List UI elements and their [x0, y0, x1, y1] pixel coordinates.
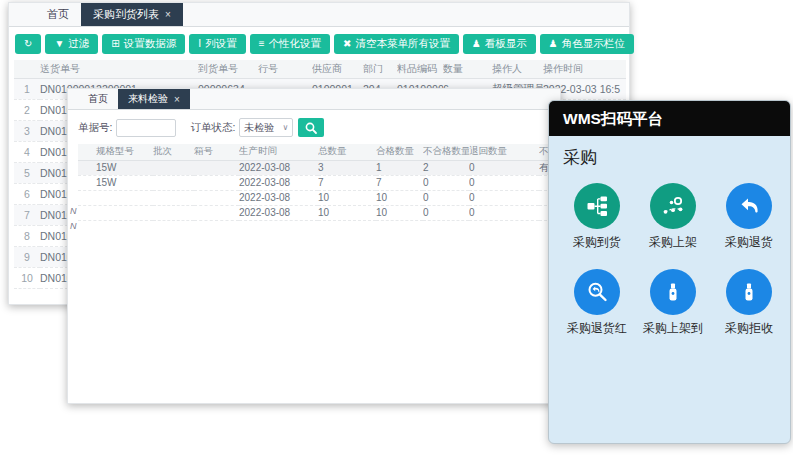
selected-option: 未检验	[244, 121, 274, 135]
menu-icon: ≡	[259, 39, 265, 49]
usb-icon	[726, 269, 772, 315]
role-display-columns-button[interactable]: ♟角色显示栏位	[540, 34, 634, 54]
person-icon: ♟	[472, 39, 481, 49]
order-status-select[interactable]: 未检验 ∨	[239, 118, 293, 137]
tile-purchase-return[interactable]: 采购退货	[711, 183, 787, 251]
table-row[interactable]: 2022-03-08101000	[78, 205, 552, 220]
column-header[interactable]: 箱号	[194, 144, 239, 160]
tab-label: 采购到货列表	[93, 7, 159, 22]
row-marker: N	[70, 206, 77, 216]
column-header[interactable]: 批次	[153, 144, 194, 160]
table-cell: 0	[423, 175, 469, 190]
set-datasource-button[interactable]: ⊞设置数据源	[102, 34, 185, 54]
table-cell: 15W	[78, 160, 153, 175]
table-cell	[194, 175, 239, 190]
personalization-button[interactable]: ≡个性化设置	[250, 34, 330, 54]
refresh-button[interactable]: ↻	[15, 34, 41, 54]
close-tab-icon[interactable]: ×	[174, 94, 180, 105]
button-label: 设置数据源	[124, 37, 177, 51]
tile-purchase-return-red[interactable]: 采购退货红	[559, 269, 635, 337]
table-row[interactable]: 15W2022-03-083120有缺	[78, 160, 552, 175]
column-header[interactable]: 供应商	[312, 60, 363, 78]
tile-purchase-arrival[interactable]: 采购到货	[559, 183, 635, 251]
column-header[interactable]	[14, 60, 40, 78]
column-header[interactable]: 操作时间	[543, 60, 626, 78]
column-header[interactable]: 料品编码	[397, 60, 443, 78]
column-header[interactable]: 退回数量	[469, 144, 539, 160]
tile-label: 采购退货	[711, 234, 787, 251]
button-label: 角色显示栏位	[562, 37, 625, 51]
column-header[interactable]: 总数量	[318, 144, 376, 160]
inspection-search-bar: 单据号: 订单状态: 未检验 ∨	[68, 110, 560, 144]
table-cell: 10	[376, 190, 423, 205]
column-header[interactable]: 不合格数量	[423, 144, 469, 160]
column-header[interactable]: 数量	[443, 60, 492, 78]
tab-label: 首页	[88, 92, 108, 106]
table-cell: 9	[14, 246, 40, 267]
close-tab-icon[interactable]: ×	[165, 9, 171, 20]
table-cell: 10	[14, 267, 40, 288]
button-label: 清空本菜单所有设置	[355, 37, 450, 51]
button-label: 看板显示	[485, 37, 527, 51]
tab-home-inner[interactable]: 首页	[78, 89, 118, 109]
table-cell: 0	[423, 190, 469, 205]
tab-home[interactable]: 首页	[35, 3, 81, 26]
tile-purchase-putaway-to[interactable]: 采购上架到	[635, 269, 711, 337]
grid-toolbar: ↻▼过滤⊞设置数据源Ⅰ列设置≡个性化设置✖清空本菜单所有设置♟看板显示♟角色显示…	[9, 27, 629, 60]
tab-purchase-arrival-list[interactable]: 采购到货列表 ×	[81, 3, 183, 26]
grid-icon: ⊞	[111, 39, 119, 49]
table-cell: 6	[14, 183, 40, 204]
filter-button[interactable]: ▼过滤	[45, 34, 98, 54]
column-header[interactable]: 规格型号	[78, 144, 153, 160]
table-cell: 1	[376, 160, 423, 175]
table-cell: 7	[376, 175, 423, 190]
table-cell: 4	[14, 141, 40, 162]
table-cell: 7	[318, 175, 376, 190]
button-label: 列设置	[205, 37, 237, 51]
table-cell: 2	[423, 160, 469, 175]
table-cell	[153, 190, 194, 205]
doc-number-input[interactable]	[116, 119, 176, 137]
table-cell: 2	[14, 99, 40, 120]
tile-label: 采购上架到	[635, 320, 711, 337]
section-title-purchase: 采购	[563, 146, 780, 169]
table-cell	[153, 205, 194, 220]
button-label: 过滤	[68, 37, 89, 51]
table-cell: 2022-03-08	[239, 175, 318, 190]
inspection-table: 规格型号批次箱号生产时间总数量合格数量不合格数量退回数量不良15W2022-03…	[78, 144, 552, 221]
table-cell: 0	[469, 205, 539, 220]
table-row[interactable]: 2022-03-08101000	[78, 190, 552, 205]
column-header[interactable]: 操作人	[492, 60, 543, 78]
table-row[interactable]: 15W2022-03-087700	[78, 175, 552, 190]
tile-purchase-putaway[interactable]: 采购上架	[635, 183, 711, 251]
panel-title: WMS扫码平台	[549, 101, 790, 136]
table-cell: 0	[469, 160, 539, 175]
sitemap-icon	[574, 183, 620, 229]
tile-purchase-reject[interactable]: 采购拒收	[711, 269, 787, 337]
table-cell: 0	[469, 190, 539, 205]
column-settings-button[interactable]: Ⅰ列设置	[189, 34, 245, 54]
board-display-button[interactable]: ♟看板显示	[463, 34, 536, 54]
table-cell: 1	[14, 78, 40, 99]
tile-label: 采购拒收	[711, 320, 787, 337]
filter-icon: ▼	[54, 39, 64, 49]
table-cell: 0	[469, 175, 539, 190]
column-header[interactable]: 部门	[363, 60, 397, 78]
tab-incoming-inspection[interactable]: 来料检验 ×	[118, 89, 190, 109]
incoming-inspection-window: 首页 来料检验 × 单据号: 订单状态: 未检验 ∨ 规格型号批次箱号生产时间总…	[67, 88, 561, 404]
table-cell	[194, 160, 239, 175]
clear-menu-settings-button[interactable]: ✖清空本菜单所有设置	[334, 34, 459, 54]
search-button[interactable]	[298, 118, 324, 137]
tab-label: 来料检验	[128, 92, 168, 106]
search-icon	[304, 121, 318, 135]
table-cell: 3	[14, 120, 40, 141]
column-header[interactable]: 合格数量	[376, 144, 423, 160]
table-cell	[78, 205, 153, 220]
tab-label: 首页	[47, 7, 69, 22]
column-header[interactable]: 送货单号	[40, 60, 198, 78]
column-header[interactable]: 生产时间	[239, 144, 318, 160]
column-header[interactable]: 到货单号	[198, 60, 258, 78]
table-cell: 8	[14, 225, 40, 246]
tile-label: 采购上架	[635, 234, 711, 251]
column-header[interactable]: 行号	[258, 60, 312, 78]
